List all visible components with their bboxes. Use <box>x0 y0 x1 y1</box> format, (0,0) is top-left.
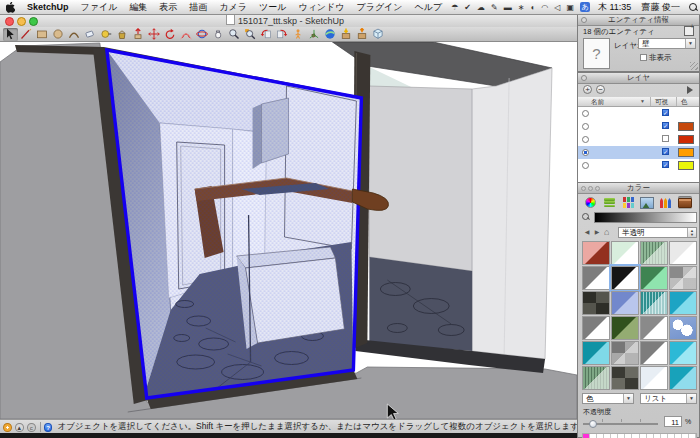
color-well-11[interactable] <box>661 434 668 438</box>
menu-user[interactable]: 齋藤 俊一 <box>636 1 685 14</box>
material-swatch-11[interactable] <box>669 291 697 315</box>
gradient-bar[interactable] <box>594 212 697 223</box>
material-swatch-3[interactable] <box>669 241 697 265</box>
menu-item-6[interactable]: ウィンドウ <box>292 1 350 14</box>
color-well-2[interactable] <box>597 434 604 438</box>
layer-color-swatch[interactable] <box>678 148 694 157</box>
contrast-icon[interactable]: ◐ <box>527 3 538 12</box>
spotlight-icon[interactable] <box>689 3 692 11</box>
zoom-extents-tool[interactable] <box>243 28 258 41</box>
forward-icon[interactable]: ▶ <box>592 227 602 238</box>
layer-radio[interactable] <box>582 123 589 130</box>
next-tool[interactable] <box>275 28 290 41</box>
component-icon[interactable] <box>684 26 694 36</box>
stepper-icon[interactable]: ▲▼ <box>687 228 696 237</box>
layer-radio[interactable] <box>582 136 589 143</box>
layer-row-下図[interactable]: ✓ <box>578 159 699 172</box>
menu-item-0[interactable]: ファイル <box>75 1 124 14</box>
layer-row-床[interactable]: ✓ <box>578 120 699 133</box>
menu-clock[interactable]: 木 11:35 <box>593 1 636 14</box>
color-well-3[interactable] <box>604 434 611 438</box>
volume-icon[interactable]: ◁ <box>551 3 563 12</box>
menu-app[interactable]: SketchUp <box>21 1 75 14</box>
material-swatch-22[interactable] <box>640 366 668 390</box>
wifi-icon[interactable]: ◠ <box>538 3 551 12</box>
sort-arrow-icon[interactable]: ▼ <box>640 98 645 104</box>
collection-dropdown[interactable]: 半透明 ▲▼ <box>618 227 697 238</box>
material-swatch-12[interactable] <box>582 316 610 340</box>
header-visible[interactable]: 可視 <box>655 98 668 107</box>
material-swatch-8[interactable] <box>582 291 610 315</box>
push-pull-tool[interactable] <box>131 28 146 41</box>
dropdown-arrow-icon[interactable]: ▼ <box>685 39 695 48</box>
circle-tool[interactable] <box>51 28 66 41</box>
brick-icon[interactable] <box>678 196 692 209</box>
ime-icon[interactable]: あ <box>580 2 590 12</box>
geo-icon[interactable] <box>3 423 12 432</box>
material-swatch-1[interactable] <box>611 241 639 265</box>
material-swatch-9[interactable] <box>611 291 639 315</box>
crayons-icon[interactable] <box>659 196 673 209</box>
check-icon[interactable]: ✔ <box>461 3 474 12</box>
dropdown-arrow-icon[interactable]: ▼ <box>623 394 633 403</box>
tape-measure-tool[interactable] <box>99 28 114 41</box>
color-well-13[interactable] <box>675 434 682 438</box>
material-swatch-0[interactable] <box>582 241 610 265</box>
arc-tool[interactable] <box>67 28 82 41</box>
color-well-1[interactable] <box>590 434 597 438</box>
google-earth-tool[interactable] <box>323 28 338 41</box>
remove-layer-button[interactable]: − <box>596 85 605 94</box>
paint-bucket-tool[interactable] <box>115 28 130 41</box>
apple-menu-icon[interactable] <box>6 2 15 13</box>
keyboard-icon[interactable]: ▬ <box>501 3 515 12</box>
opacity-slider[interactable] <box>583 419 658 427</box>
layer-row-壁[interactable]: ✓ <box>578 146 699 159</box>
opacity-value-field[interactable]: 11 <box>664 416 682 427</box>
color-well-7[interactable] <box>632 434 639 438</box>
slider-knob[interactable] <box>589 420 597 428</box>
help-icon[interactable]: ? <box>44 423 53 432</box>
color-well-10[interactable] <box>654 434 661 438</box>
layer-color-swatch[interactable] <box>678 135 694 144</box>
credits-icon[interactable]: c <box>27 423 36 432</box>
magnifier-icon[interactable] <box>582 213 590 221</box>
layer-radio[interactable] <box>582 110 589 117</box>
home-icon[interactable]: ⌂ <box>604 227 609 238</box>
layer-row-天井[interactable] <box>578 133 699 146</box>
color-well-5[interactable] <box>618 434 625 438</box>
material-swatch-4[interactable] <box>582 266 610 290</box>
material-swatch-20[interactable] <box>582 366 610 390</box>
material-swatch-23[interactable] <box>669 366 697 390</box>
share-model-tool[interactable] <box>355 28 370 41</box>
layer-radio[interactable] <box>582 149 589 156</box>
color-well-6[interactable] <box>625 434 632 438</box>
color-dropdown[interactable]: 色 ▼ <box>582 393 634 404</box>
layer-visible-checkbox[interactable]: ✓ <box>662 122 669 129</box>
material-swatch-7[interactable] <box>669 266 697 290</box>
bluetooth-icon[interactable]: ∗ <box>515 3 528 12</box>
header-name[interactable]: 名前 <box>591 98 604 107</box>
palette-icon[interactable] <box>621 196 635 209</box>
layer-color-swatch[interactable] <box>678 122 694 131</box>
panel-close-icon[interactable] <box>581 75 587 81</box>
color-well-15[interactable] <box>689 434 696 438</box>
material-swatch-17[interactable] <box>611 341 639 365</box>
line-tool[interactable] <box>19 28 34 41</box>
previous-tool[interactable] <box>259 28 274 41</box>
color-well-4[interactable] <box>611 434 618 438</box>
zoom-tool[interactable] <box>227 28 242 41</box>
hidden-checkbox[interactable] <box>640 54 647 61</box>
layer-visible-checkbox[interactable]: ✓ <box>662 109 669 116</box>
layer-detail-arrow-icon[interactable] <box>687 86 693 94</box>
sliders-icon[interactable] <box>602 196 616 209</box>
color-wheel-icon[interactable] <box>583 196 597 209</box>
material-swatch-13[interactable] <box>611 316 639 340</box>
select-tool[interactable] <box>3 28 18 41</box>
umbrella-icon[interactable]: ☂ <box>448 3 461 12</box>
layer-radio[interactable] <box>582 162 589 169</box>
rotate-tool[interactable] <box>163 28 178 41</box>
color-well-8[interactable] <box>640 434 647 438</box>
layer-visible-checkbox[interactable]: ✓ <box>662 161 669 168</box>
colors-title-bar[interactable]: カラー <box>578 183 699 194</box>
color-well-14[interactable] <box>682 434 689 438</box>
